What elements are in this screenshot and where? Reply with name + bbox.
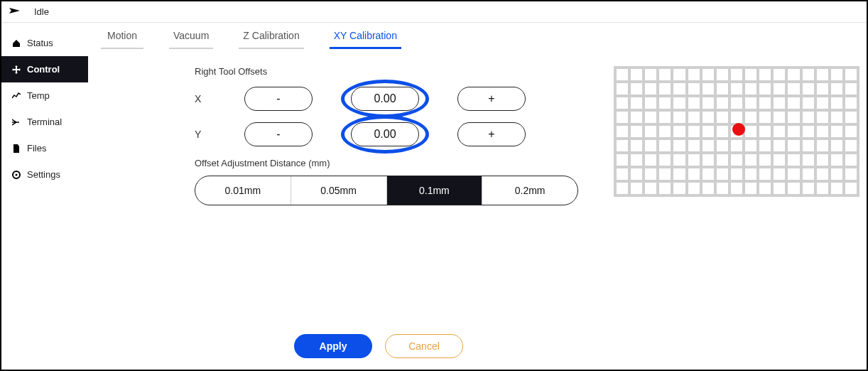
apply-button[interactable]: Apply <box>294 334 372 358</box>
sidebar: Status Control Temp Terminal Files Setti… <box>1 23 88 370</box>
sidebar-item-temp[interactable]: Temp <box>1 82 88 109</box>
file-icon <box>11 144 21 154</box>
sidebar-item-label: Control <box>27 64 60 75</box>
x-increment-button[interactable]: + <box>457 87 526 111</box>
main-panel: Motion Vacuum Z Calibration XY Calibrati… <box>88 23 867 370</box>
y-offset-row: Y - 0.00 + <box>195 122 592 146</box>
sidebar-item-control[interactable]: Control <box>1 56 88 82</box>
svg-marker-0 <box>9 8 20 14</box>
logo-icon <box>9 6 21 18</box>
tab-z-calibration[interactable]: Z Calibration <box>239 30 303 49</box>
machine-status: Idle <box>34 6 49 17</box>
distance-selector: 0.01mm 0.05mm 0.1mm 0.2mm <box>195 176 578 205</box>
chart-icon <box>11 91 21 101</box>
move-icon <box>11 65 21 75</box>
distance-label: Offset Adjustment Distance (mm) <box>195 158 592 168</box>
section-title: Right Tool Offsets <box>195 66 592 77</box>
sidebar-item-label: Files <box>27 143 46 154</box>
top-bar: Idle <box>1 1 867 23</box>
distance-option-0[interactable]: 0.01mm <box>195 176 291 205</box>
cancel-button[interactable]: Cancel <box>385 334 463 358</box>
calibration-grid[interactable] <box>614 66 859 197</box>
sidebar-item-terminal[interactable]: Terminal <box>1 109 88 135</box>
footer-actions: Apply Cancel <box>294 334 463 358</box>
target-dot-icon <box>732 123 745 136</box>
sidebar-item-status[interactable]: Status <box>1 30 88 56</box>
distance-option-3[interactable]: 0.2mm <box>482 176 577 205</box>
sidebar-item-label: Temp <box>27 90 50 101</box>
x-offset-row: X - 0.00 + <box>195 87 592 111</box>
tab-motion[interactable]: Motion <box>101 30 143 49</box>
offsets-panel: Right Tool Offsets X - 0.00 + Y <box>195 66 592 205</box>
sidebar-item-label: Settings <box>27 169 60 180</box>
y-offset-value[interactable]: 0.00 <box>351 122 419 146</box>
gear-icon <box>11 170 21 180</box>
distance-option-1[interactable]: 0.05mm <box>291 176 387 205</box>
sidebar-item-label: Status <box>27 38 53 48</box>
x-offset-value[interactable]: 0.00 <box>351 87 419 111</box>
x-axis-label: X <box>195 93 206 104</box>
tab-vacuum[interactable]: Vacuum <box>169 30 213 49</box>
terminal-icon <box>11 117 21 127</box>
sidebar-item-label: Terminal <box>27 117 62 127</box>
y-decrement-button[interactable]: - <box>244 122 313 146</box>
tab-bar: Motion Vacuum Z Calibration XY Calibrati… <box>95 23 859 49</box>
tab-xy-calibration[interactable]: XY Calibration <box>330 30 401 49</box>
sidebar-item-files[interactable]: Files <box>1 135 88 161</box>
x-decrement-button[interactable]: - <box>244 87 313 111</box>
distance-option-2[interactable]: 0.1mm <box>387 176 483 205</box>
sidebar-item-settings[interactable]: Settings <box>1 161 88 188</box>
svg-point-2 <box>16 173 18 176</box>
y-increment-button[interactable]: + <box>457 122 526 146</box>
home-icon <box>11 38 21 48</box>
y-axis-label: Y <box>195 129 206 140</box>
